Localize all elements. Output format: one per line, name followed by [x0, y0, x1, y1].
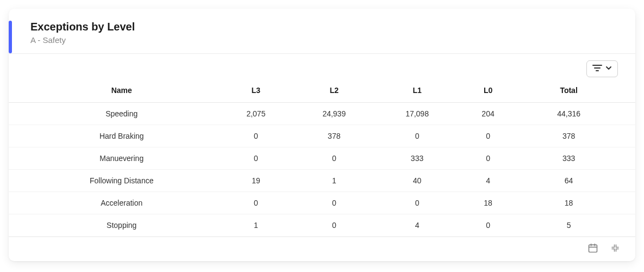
card: Exceptions by Level A - Safety Name: [9, 9, 635, 261]
col-l0: L0: [459, 81, 517, 103]
cell-name: Acceleration: [9, 192, 219, 214]
table-row: Following Distance 19 1 40 4 64: [9, 170, 635, 192]
cell-l3: 0: [219, 147, 292, 170]
cell-l2: 0: [292, 147, 376, 170]
cell-l2: 1: [292, 170, 376, 192]
col-l1: L1: [376, 81, 459, 103]
calendar-icon: [587, 243, 598, 254]
cell-total: 378: [517, 125, 635, 147]
cell-l0: 4: [459, 170, 517, 192]
cell-total: 333: [517, 147, 635, 170]
table-header-row: Name L3 L2 L1 L0 Total: [9, 81, 635, 103]
table-row: Hard Braking 0 378 0 0 378: [9, 125, 635, 147]
cell-name: Speeding: [9, 103, 219, 125]
minimize-icon: [610, 243, 620, 253]
cell-total: 44,316: [517, 103, 635, 125]
chevron-down-icon: [605, 65, 612, 73]
svg-rect-3: [589, 245, 597, 252]
card-subtitle: A - Safety: [30, 35, 618, 45]
cell-l2: 0: [292, 214, 376, 237]
cell-l1: 17,098: [376, 103, 459, 125]
accent-bar: [9, 21, 12, 53]
cell-l1: 4: [376, 214, 459, 237]
cell-l3: 19: [219, 170, 292, 192]
cell-l2: 378: [292, 125, 376, 147]
cell-l2: 0: [292, 192, 376, 214]
cell-name: Stopping: [9, 214, 219, 237]
table-row: Manuevering 0 0 333 0 333: [9, 147, 635, 170]
card-footer: [9, 237, 635, 261]
col-l3: L3: [219, 81, 292, 103]
controls-row: [9, 54, 635, 81]
table-row: Speeding 2,075 24,939 17,098 204 44,316: [9, 103, 635, 125]
cell-l3: 0: [219, 125, 292, 147]
cell-name: Following Distance: [9, 170, 219, 192]
exceptions-table: Name L3 L2 L1 L0 Total Speeding 2,075 24…: [9, 81, 635, 237]
cell-total: 18: [517, 192, 635, 214]
cell-l0: 0: [459, 125, 517, 147]
cell-l0: 204: [459, 103, 517, 125]
cell-l1: 0: [376, 125, 459, 147]
col-l2: L2: [292, 81, 376, 103]
table-row: Acceleration 0 0 0 18 18: [9, 192, 635, 214]
cell-l3: 2,075: [219, 103, 292, 125]
cell-l2: 24,939: [292, 103, 376, 125]
cell-l0: 0: [459, 214, 517, 237]
filter-icon: [592, 64, 602, 73]
cell-name: Hard Braking: [9, 125, 219, 147]
col-name: Name: [9, 81, 219, 103]
calendar-button[interactable]: [587, 243, 598, 254]
cell-l1: 40: [376, 170, 459, 192]
filter-button[interactable]: [586, 60, 618, 77]
cell-l3: 1: [219, 214, 292, 237]
cell-l0: 0: [459, 147, 517, 170]
cell-total: 5: [517, 214, 635, 237]
cell-l3: 0: [219, 192, 292, 214]
card-title: Exceptions by Level: [30, 21, 618, 33]
cell-name: Manuevering: [9, 147, 219, 170]
table-row: Stopping 1 0 4 0 5: [9, 214, 635, 237]
minimize-button[interactable]: [610, 243, 620, 253]
cell-total: 64: [517, 170, 635, 192]
cell-l0: 18: [459, 192, 517, 214]
card-header: Exceptions by Level A - Safety: [9, 9, 635, 54]
cell-l1: 0: [376, 192, 459, 214]
col-total: Total: [517, 81, 635, 103]
cell-l1: 333: [376, 147, 459, 170]
